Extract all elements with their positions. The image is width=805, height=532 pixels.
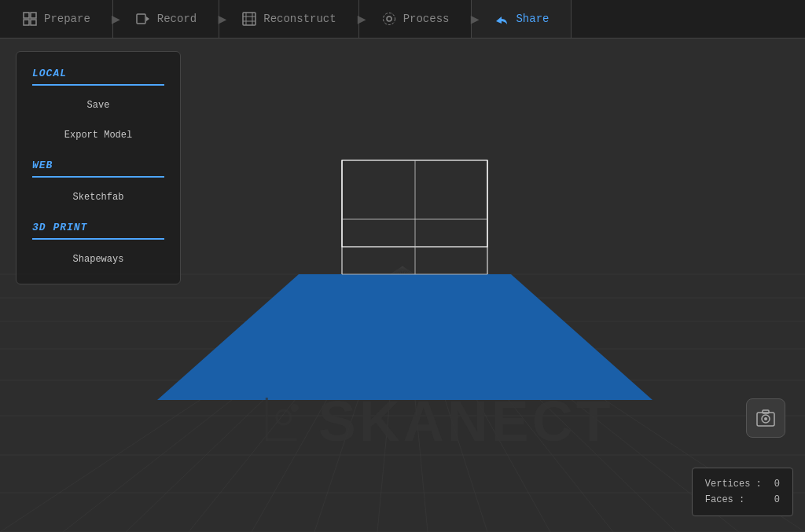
stats-panel: Vertices : 0 Faces : 0 (692, 468, 793, 516)
nav-prepare-label: Prepare (44, 13, 90, 25)
nav-process[interactable]: Process (359, 0, 472, 38)
svg-marker-5 (146, 17, 149, 21)
sidebar-section-3dprint: 3D Print (17, 215, 180, 237)
sidebar: Local Save Export Model Web Sketchfab 3D… (16, 51, 181, 284)
svg-rect-6 (243, 13, 255, 25)
sidebar-item-save[interactable]: Save (17, 94, 180, 117)
nav-share[interactable]: Share (472, 0, 572, 38)
vertices-label: Vertices : (705, 479, 762, 490)
svg-point-12 (383, 13, 395, 25)
sidebar-item-sketchfab[interactable]: Sketchfab (17, 185, 180, 209)
wireframe-top (342, 160, 487, 247)
faces-value: 0 (774, 494, 780, 505)
sidebar-item-export-model[interactable]: Export Model (17, 123, 180, 147)
nav-share-label: Share (516, 13, 549, 25)
vertices-value: 0 (774, 479, 780, 490)
svg-rect-45 (763, 410, 769, 413)
vertices-row: Vertices : 0 (705, 476, 780, 492)
svg-rect-2 (24, 20, 29, 25)
svg-rect-1 (31, 13, 36, 18)
top-navigation: Prepare Record Reconstruct (0, 0, 805, 39)
svg-rect-3 (31, 20, 36, 25)
nav-process-label: Process (403, 13, 450, 25)
nav-record[interactable]: Record (113, 0, 219, 38)
nav-reconstruct[interactable]: Reconstruct (219, 0, 358, 38)
record-icon (135, 11, 151, 27)
process-icon (381, 11, 397, 27)
reconstruct-icon (241, 11, 257, 27)
screenshot-button[interactable] (746, 398, 785, 438)
sidebar-divider-web (32, 176, 164, 178)
floor-plane (157, 274, 652, 400)
share-icon (494, 11, 509, 27)
sidebar-section-local: Local (17, 61, 180, 83)
sidebar-item-shapeways[interactable]: Shapeways (17, 248, 180, 271)
faces-label: Faces : (705, 494, 744, 505)
svg-point-46 (764, 417, 767, 420)
svg-rect-4 (137, 14, 145, 24)
nav-prepare[interactable]: Prepare (0, 0, 113, 38)
svg-rect-0 (24, 13, 29, 18)
sidebar-divider-local (32, 84, 164, 86)
sidebar-divider-3dprint (32, 238, 164, 240)
svg-point-11 (387, 17, 391, 21)
faces-row: Faces : 0 (705, 492, 780, 508)
nav-record-label: Record (157, 13, 197, 25)
prepare-icon (22, 11, 38, 27)
nav-reconstruct-label: Reconstruct (263, 13, 336, 25)
sidebar-section-web: Web (17, 153, 180, 174)
